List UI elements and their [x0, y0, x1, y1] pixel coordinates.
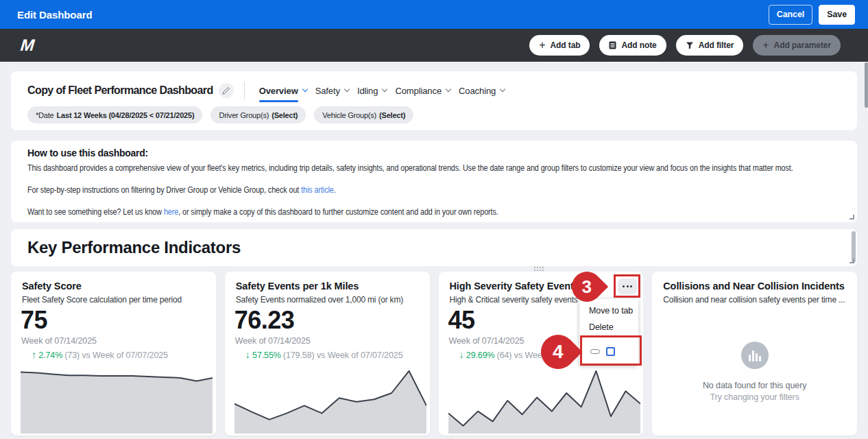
- annotation-box-3: [614, 274, 640, 298]
- add-note-button[interactable]: Add note: [599, 35, 666, 56]
- kpi-section-title: Key Performance Indicators: [27, 238, 241, 257]
- down-arrow-icon: ↓: [459, 349, 464, 360]
- resize-handle[interactable]: [849, 259, 854, 263]
- chevron-down-icon[interactable]: [446, 86, 451, 92]
- this-article-link[interactable]: this article: [301, 185, 334, 195]
- card-title: High Severity Safety Events: [450, 281, 579, 292]
- no-data-message: No data found for this query: [652, 381, 857, 390]
- bar-chart-icon: [741, 342, 769, 369]
- here-link[interactable]: here: [164, 207, 178, 217]
- kpi-section-panel: Key Performance Indicators: [11, 229, 857, 266]
- cancel-button[interactable]: Cancel: [769, 5, 812, 25]
- card-week-label: Week of 07/14/2025: [21, 336, 97, 346]
- sparkline-chart: [234, 368, 426, 434]
- down-arrow-icon: ↓: [245, 349, 250, 360]
- add-parameter-button: +Add parameter: [753, 35, 841, 56]
- sparkline-chart: [21, 368, 213, 434]
- card-subtitle: Safety Events normalized over 1,000 mi (…: [236, 295, 403, 305]
- chevron-down-icon[interactable]: [344, 86, 350, 92]
- divider: [244, 82, 245, 99]
- filter-icon: [686, 41, 694, 49]
- tab-overview[interactable]: Overview: [259, 86, 307, 96]
- date-filter-chip[interactable]: *DateLast 12 Weeks (04/28/2025 < 07/21/2…: [27, 106, 202, 123]
- dashboard-tabs: Overview Safety Idling Compliance Coachi…: [259, 86, 505, 96]
- kpi-cards-row: Safety Score Fleet Safety Score calculat…: [11, 272, 857, 436]
- annotation-box-4: [580, 335, 642, 366]
- driver-group-filter-chip[interactable]: Driver Group(s)(Select): [210, 106, 306, 123]
- card-delta: ↓ 57.55%(179.58) vs Week of 07/07/2025: [245, 349, 403, 360]
- card-subtitle: High & Critical severity safety events p…: [450, 295, 584, 305]
- tab-coaching[interactable]: Coaching: [459, 86, 505, 96]
- sparkline-chart: [448, 368, 640, 434]
- card-week-label: Week of 07/14/2025: [235, 336, 311, 346]
- card-subtitle: Collision and near collision safety even…: [663, 295, 845, 305]
- chevron-down-icon[interactable]: [382, 86, 387, 92]
- resize-handle[interactable]: [849, 215, 854, 220]
- tab-safety[interactable]: Safety: [315, 86, 349, 96]
- tab-idling[interactable]: Idling: [357, 86, 387, 96]
- card-value: 76.23: [234, 306, 295, 335]
- card-week-label: Week of 07/14/2025: [449, 336, 525, 346]
- no-data-hint: Try changing your filters: [652, 392, 857, 402]
- edit-dashboard-topbar: Edit Dashboard Cancel Save: [0, 0, 868, 29]
- dashboard-title: Copy of Fleet Performance Dashboard: [27, 84, 213, 97]
- chevron-down-icon[interactable]: [302, 86, 307, 92]
- card-delta: ↑ 2.74%(73) vs Week of 07/07/2025: [32, 349, 168, 360]
- motive-logo: M: [20, 36, 36, 55]
- edit-title-button[interactable]: [219, 83, 234, 98]
- drag-handle-icon[interactable]: [534, 267, 544, 271]
- collisions-card: Collisions and Near Collision Incidents …: [652, 272, 857, 436]
- page-scrollbar[interactable]: [865, 62, 868, 108]
- add-tab-button[interactable]: +Add tab: [529, 35, 590, 56]
- page-mode-title: Edit Dashboard: [17, 9, 92, 21]
- safety-events-card: Safety Events per 1k Miles Safety Events…: [225, 272, 430, 436]
- tab-compliance[interactable]: Compliance: [395, 86, 450, 96]
- note-paragraph-3: Want to see something else? Let us know …: [27, 207, 498, 217]
- note-heading: How to use this dashboard:: [27, 147, 148, 158]
- card-title: Collisions and Near Collision Incidents: [663, 281, 844, 292]
- card-subtitle: Fleet Safety Score calculation per time …: [22, 295, 182, 305]
- menu-item-delete[interactable]: Delete: [579, 319, 638, 335]
- dashboard-header-panel: Copy of Fleet Performance Dashboard Over…: [11, 71, 857, 130]
- plus-icon: +: [539, 39, 545, 51]
- note-paragraph-1: This dashboard provides a comprehensive …: [27, 163, 793, 173]
- note-icon: [609, 41, 616, 49]
- card-value: 45: [448, 306, 475, 335]
- card-title: Safety Score: [22, 281, 82, 292]
- app-navbar: M +Add tab Add note Add filter +Add para…: [0, 29, 868, 62]
- safety-score-card: Safety Score Fleet Safety Score calculat…: [11, 272, 216, 436]
- card-title: Safety Events per 1k Miles: [236, 281, 359, 292]
- up-arrow-icon: ↑: [32, 349, 36, 360]
- note-panel: How to use this dashboard: This dashboar…: [11, 141, 857, 222]
- menu-item-move-to-tab[interactable]: Move to tab: [579, 302, 638, 319]
- save-button[interactable]: Save: [819, 5, 855, 25]
- chevron-down-icon[interactable]: [500, 86, 505, 92]
- note-paragraph-2: For step-by-step instructions on filteri…: [27, 185, 336, 195]
- pencil-icon: [222, 87, 230, 95]
- plus-icon: +: [762, 39, 769, 51]
- add-filter-button[interactable]: Add filter: [676, 35, 744, 56]
- vehicle-group-filter-chip[interactable]: Vehicle Group(s)(Select): [314, 106, 413, 123]
- card-value: 75: [21, 306, 47, 335]
